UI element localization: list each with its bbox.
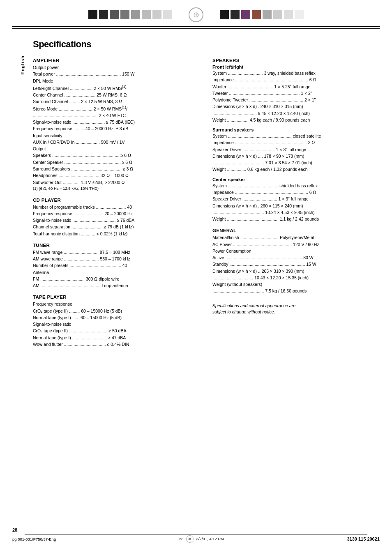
notice-line1: Specifications and external appearance a… [212, 303, 295, 308]
footer-doc-ref: pg 001-031/P750/37-Eng [12, 537, 56, 541]
compass-circle-icon: ⊕ [189, 7, 203, 22]
bar-left [88, 10, 172, 19]
bar-block-5 [131, 10, 140, 19]
amp-stereo-ftc: ........................................… [33, 112, 200, 119]
bar-block-r8 [295, 10, 304, 19]
amp-footnote: (1) (6 Ω, 60 Hz – 12.5 kHz, 10% THD) [33, 186, 200, 192]
tuner-antenna-label: Antenna [33, 269, 200, 276]
bar-block-8 [163, 10, 172, 19]
notice-text: Specifications and external appearance a… [212, 303, 380, 316]
amp-subwoofer: Subwoofer Out .............. 1.3 V ±2dB,… [33, 179, 200, 186]
front-impedance: Impedance ..............................… [212, 76, 380, 83]
footer-product-code: 3139 115 20621 [347, 537, 380, 541]
general-weight-value: ........................................… [212, 288, 380, 294]
front-tweeter: Tweeter ................................… [212, 90, 380, 97]
footer-rule [25, 534, 367, 534]
surround-weight: Weight ................ 0.6 kg each / 1.… [212, 166, 380, 173]
general-standby: Standby ................................… [212, 261, 380, 267]
surround-driver: Speaker Driver .........................… [212, 146, 380, 153]
center-driver: Speaker Driver .........................… [212, 196, 380, 202]
footer-top: 28 [12, 527, 380, 532]
amp-input-sensitivity-label: Input sensitivity [33, 132, 200, 139]
cd-snr: Signal-to-noise ratio ..................… [33, 217, 200, 223]
bar-block-6 [142, 10, 151, 19]
front-woofer: Woofer .................................… [212, 83, 380, 90]
center-speaker-header: Center speaker [212, 177, 380, 182]
general-active: Active .................................… [212, 254, 380, 261]
bar-block-r2 [231, 10, 240, 19]
content-area: English Specifications AMPLIFIER Output … [0, 31, 392, 348]
amp-output-label: Output [33, 145, 200, 152]
surround-dimensions-inch: ........................................… [212, 159, 380, 166]
center-impedance: Impedance ..............................… [212, 189, 380, 196]
center-system: System .................................… [212, 182, 380, 189]
tape-cro2-snr: CrO₂ tape (type II) ....................… [33, 327, 200, 334]
top-decorative-bar: ⊕ [0, 0, 392, 26]
bar-block-2 [99, 10, 108, 19]
bar-right [220, 10, 304, 19]
amp-dpl-mode: DPL Mode [33, 78, 200, 84]
top-rule-thick [12, 28, 380, 29]
bar-block-7 [152, 10, 161, 19]
two-column-layout: AMPLIFIER Output power Total power .....… [33, 58, 380, 348]
bar-block-r7 [284, 10, 293, 19]
front-speaker-header: Front left/right [212, 64, 380, 69]
tuner-am-range: AM wave range ..........................… [33, 256, 200, 262]
top-rule-thin [12, 26, 380, 27]
front-weight: Weight .................. 4.5 kg each / … [212, 117, 380, 123]
bar-block-1 [88, 10, 97, 19]
speakers-header: SPEAKERS [212, 58, 380, 63]
center-weight: Weight .................................… [212, 216, 380, 222]
general-ac: AC Power ...............................… [212, 241, 380, 248]
cd-thd: Total harmonic distortion ............ <… [33, 230, 200, 237]
left-column: AMPLIFIER Output power Total power .....… [33, 58, 200, 348]
bar-block-r6 [273, 10, 282, 19]
tuner-fm-antenna: FM .....................................… [33, 276, 200, 282]
center-dimensions-inch: ........................................… [212, 209, 380, 216]
cd-channel-sep: Channel separation .....................… [33, 223, 200, 230]
tape-cro2-freq: CrO₂ tape (type II) ......... 60 – 15000… [33, 308, 200, 314]
front-polydome: Polydome Tweeter .......................… [212, 97, 380, 103]
notice-line2: subject to change without notice. [212, 309, 275, 314]
amp-total-power: Total power ............................… [33, 71, 200, 77]
general-weight-label: Weight (without speakers) [212, 281, 380, 288]
surround-impedance: Impedance ..............................… [212, 139, 380, 146]
front-dimensions-mm: Dimensions (w × h × d) . 240 × 310 × 315… [212, 103, 380, 110]
tuner-am-antenna: AM .....................................… [33, 282, 200, 289]
general-dimensions-mm: Dimensions (w × h × d) .. 265 × 310 × 39… [212, 268, 380, 274]
tuner-presets: Number of presets ......................… [33, 262, 200, 269]
tuner-fm-range: FM wave range ..........................… [33, 249, 200, 256]
sidebar-label: English [20, 55, 25, 75]
surround-dimensions-mm: Dimensions (w × h × d) .... 178 × 90 × 1… [212, 153, 380, 159]
amp-freq-response: Frequency response ......... 40 – 20000 … [33, 125, 200, 132]
general-power-label: Power Consumption [212, 248, 380, 254]
front-dimensions-inch: ..................................... 9.… [212, 110, 380, 117]
sidebar: English [12, 31, 33, 348]
amp-center-channel: Center Channel .........................… [33, 92, 200, 98]
cd-freq: Frequency response .....................… [33, 210, 200, 217]
amp-snr: Signal-to-noise ratio ..................… [33, 119, 200, 125]
tape-normal-freq: Normal tape (type I) ...... 60 – 15000 H… [33, 314, 200, 321]
tape-normal-snr: Normal tape (type I) ...................… [33, 334, 200, 341]
amp-aux-in: AUX In / CDR/DVD In ....................… [33, 139, 200, 145]
general-dimensions-inch: .................................. 10.43… [212, 274, 380, 281]
footer-date: 3/7/01, 4:12 PM [196, 537, 224, 541]
tape-snr-label: Signal-to-noise ratio [33, 321, 200, 327]
general-header: GENERAL [212, 228, 380, 233]
amp-surround-speakers: Surround Speakers ......................… [33, 166, 200, 172]
amp-stereo-mode: Stereo Mode ............................… [33, 105, 200, 112]
footer-page-num: 28 [179, 537, 184, 541]
cd-tracks: Number of programmable tracks ..........… [33, 204, 200, 210]
right-column: SPEAKERS Front left/right System .......… [212, 58, 380, 348]
page-number: 28 [12, 527, 17, 532]
amp-center-speaker: Center Speaker .........................… [33, 159, 200, 166]
page-footer: 28 pg 001-031/P750/37-Eng 28 ⊕ 3/7/01, 4… [0, 527, 392, 543]
bar-block-4 [120, 10, 129, 19]
surround-system: System .................................… [212, 133, 380, 139]
footer-page-center: 28 ⊕ 3/7/01, 4:12 PM [179, 535, 224, 543]
tape-freq-label: Frequency response [33, 301, 200, 307]
bar-block-r3 [241, 10, 250, 19]
center-dimensions-mm: Dimensions (w × h × d) . 260 × 115 × 240… [212, 203, 380, 209]
tape-wow-flutter: Wow and flutter ........................… [33, 341, 200, 348]
main-content: Specifications AMPLIFIER Output power To… [33, 31, 380, 348]
